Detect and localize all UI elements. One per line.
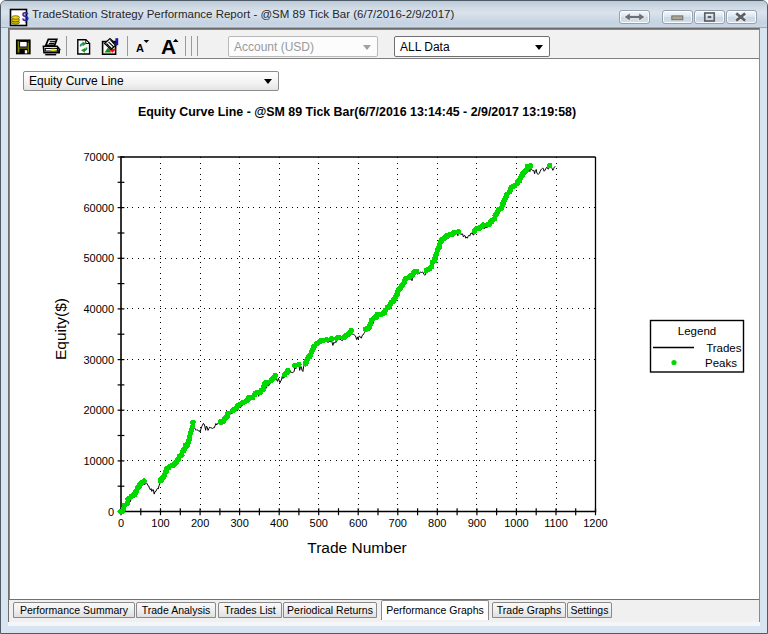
svg-text:$: $ (22, 10, 29, 24)
svg-text:0: 0 (108, 506, 114, 518)
svg-text:Peaks: Peaks (705, 357, 737, 369)
svg-text:30000: 30000 (83, 354, 114, 366)
svg-text:10000: 10000 (83, 455, 114, 467)
svg-text:900: 900 (468, 517, 486, 529)
svg-text:A: A (161, 35, 176, 58)
svg-text:800: 800 (428, 517, 446, 529)
svg-text:Equity Curve Line - @SM 89 Tic: Equity Curve Line - @SM 89 Tick Bar(6/7/… (138, 105, 576, 119)
svg-text:40000: 40000 (83, 303, 114, 315)
svg-text:500: 500 (310, 517, 328, 529)
svg-text:700: 700 (389, 517, 407, 529)
svg-text:50000: 50000 (83, 252, 114, 264)
svg-text:100: 100 (151, 517, 169, 529)
svg-text:300: 300 (230, 517, 248, 529)
svg-text:1100: 1100 (544, 517, 568, 529)
svg-text:60000: 60000 (83, 202, 114, 214)
svg-text:400: 400 (270, 517, 288, 529)
svg-text:Trades: Trades (706, 342, 742, 354)
svg-text:Trade Number: Trade Number (307, 539, 406, 556)
svg-text:1200: 1200 (583, 517, 607, 529)
svg-text:Equity($): Equity($) (52, 298, 69, 360)
svg-text:20000: 20000 (83, 404, 114, 416)
svg-text:1000: 1000 (504, 517, 528, 529)
svg-text:600: 600 (349, 517, 367, 529)
svg-text:Legend: Legend (678, 325, 716, 337)
svg-text:70000: 70000 (83, 151, 114, 163)
svg-text:0: 0 (118, 517, 124, 529)
svg-text:200: 200 (191, 517, 209, 529)
svg-text:A: A (136, 42, 144, 54)
